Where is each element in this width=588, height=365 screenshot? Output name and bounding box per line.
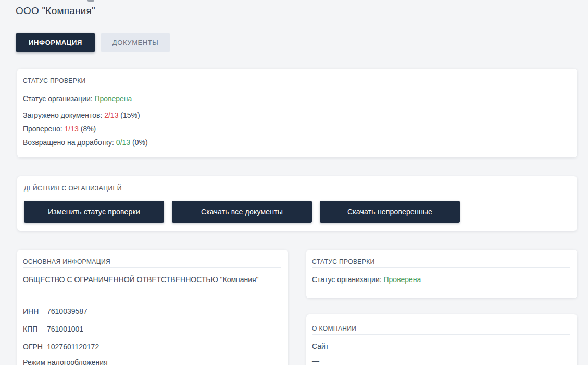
inn-label: ИНН xyxy=(23,306,47,317)
verification-status-right-header: СТАТУС ПРОВЕРКИ xyxy=(312,258,570,268)
organization-actions-card: ДЕЙСТВИЯ С ОРГАНИЗАЦИЕЙ Изменить статус … xyxy=(17,176,577,231)
clipped-top-element xyxy=(87,0,94,2)
main-info-header: ОСНОВНАЯ ИНФОРМАЦИЯ xyxy=(23,258,281,268)
uploaded-docs-label: Загружено документов: xyxy=(23,111,102,119)
checked-docs-pct: (8%) xyxy=(81,125,96,133)
org-status-value-right: Проверена xyxy=(384,275,421,284)
org-status-value: Проверена xyxy=(95,94,132,103)
org-status-line: Статус организации: Проверена xyxy=(23,93,570,104)
download-all-documents-button[interactable]: Скачать все документы xyxy=(172,201,312,223)
bottom-columns: ОСНОВНАЯ ИНФОРМАЦИЯ ОБЩЕСТВО С ОГРАНИЧЕН… xyxy=(17,250,577,365)
main-info-card: ОСНОВНАЯ ИНФОРМАЦИЯ ОБЩЕСТВО С ОГРАНИЧЕН… xyxy=(17,250,288,365)
right-column: СТАТУС ПРОВЕРКИ Статус организации: Пров… xyxy=(306,250,577,365)
org-short-name-dash: — xyxy=(23,289,281,299)
org-status-label-right: Статус организации: xyxy=(312,275,382,284)
kpp-value: 761001001 xyxy=(47,324,83,334)
verification-status-card-right: СТАТУС ПРОВЕРКИ Статус организации: Пров… xyxy=(306,250,577,298)
inn-row: ИНН 7610039587 xyxy=(23,306,281,317)
title-divider xyxy=(16,22,578,22)
ogrn-label: ОГРН xyxy=(23,342,47,352)
returned-docs-line: Возвращено на доработку: 0/13 (0%) xyxy=(23,137,570,148)
about-company-card: О КОМПАНИИ Сайт — xyxy=(306,314,577,365)
actions-button-row: Изменить статус проверки Скачать все док… xyxy=(24,201,570,223)
download-unchecked-button[interactable]: Скачать непроверенные xyxy=(320,201,460,223)
tax-regime-label: Режим налогообложения xyxy=(23,357,281,365)
verification-status-card: СТАТУС ПРОВЕРКИ Статус организации: Пров… xyxy=(17,69,577,157)
checked-docs-line: Проверено: 1/13 (8%) xyxy=(23,124,570,134)
checked-docs-label: Проверено: xyxy=(23,125,62,133)
checked-docs-value: 1/13 xyxy=(65,125,79,133)
tab-information[interactable]: ИНФОРМАЦИЯ xyxy=(16,33,95,52)
org-status-line-right: Статус организации: Проверена xyxy=(312,274,570,285)
site-value: — xyxy=(312,356,570,365)
returned-docs-pct: (0%) xyxy=(132,138,148,147)
site-label: Сайт xyxy=(312,341,570,351)
ogrn-row: ОГРН 1027601120172 xyxy=(23,342,281,352)
about-company-header: О КОМПАНИИ xyxy=(312,325,570,335)
org-status-label: Статус организации: xyxy=(23,94,93,103)
uploaded-docs-line: Загружено документов: 2/13 (15%) xyxy=(23,110,570,120)
kpp-label: КПП xyxy=(23,324,47,334)
org-full-name: ОБЩЕСТВО С ОГРАНИЧЕННОЙ ОТВЕТСТВЕННОСТЬЮ… xyxy=(23,274,281,285)
tab-documents[interactable]: ДОКУМЕНТЫ xyxy=(101,33,170,52)
inn-value: 7610039587 xyxy=(47,306,87,317)
uploaded-docs-pct: (15%) xyxy=(120,111,140,119)
returned-docs-value: 0/13 xyxy=(116,138,130,147)
left-column: ОСНОВНАЯ ИНФОРМАЦИЯ ОБЩЕСТВО С ОГРАНИЧЕН… xyxy=(17,250,288,365)
change-status-button[interactable]: Изменить статус проверки xyxy=(24,201,164,223)
tab-bar: ИНФОРМАЦИЯ ДОКУМЕНТЫ xyxy=(16,33,588,52)
verification-status-header: СТАТУС ПРОВЕРКИ xyxy=(23,77,570,87)
kpp-row: КПП 761001001 xyxy=(23,324,281,334)
ogrn-value: 1027601120172 xyxy=(47,342,99,352)
page-title: ООО "Компания" xyxy=(16,5,588,17)
uploaded-docs-value: 2/13 xyxy=(104,111,118,119)
organization-actions-header: ДЕЙСТВИЯ С ОРГАНИЗАЦИЕЙ xyxy=(24,185,570,194)
returned-docs-label: Возвращено на доработку: xyxy=(23,138,114,147)
